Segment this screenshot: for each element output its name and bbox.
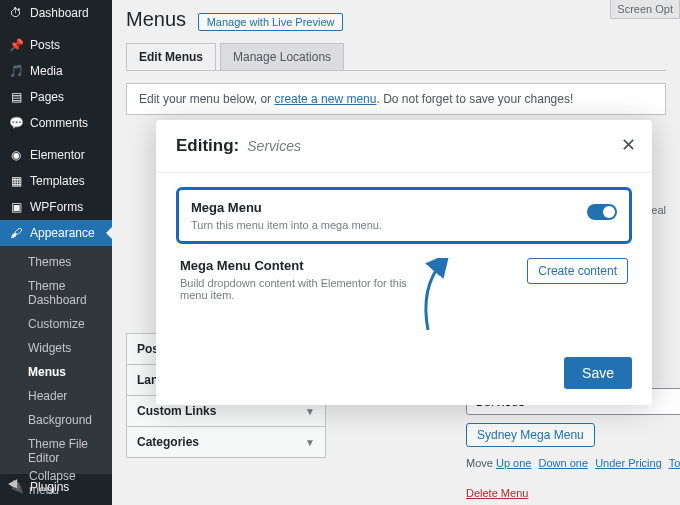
create-content-button[interactable]: Create content <box>527 258 628 284</box>
modal-title: Editing: <box>176 136 239 156</box>
modal-subtitle: Services <box>247 138 301 154</box>
mega-menu-desc: Turn this menu item into a mega menu. <box>191 219 382 231</box>
modal-body: Mega Menu Turn this menu item into a meg… <box>156 173 652 301</box>
mega-menu-title: Mega Menu <box>191 200 382 215</box>
mega-menu-content-row: Mega Menu Content Build dropdown content… <box>176 244 632 301</box>
close-button[interactable]: ✕ <box>621 134 636 156</box>
mega-menu-modal: ✕ Editing: Services Mega Menu Turn this … <box>156 120 652 405</box>
mega-menu-toggle-box: Mega Menu Turn this menu item into a meg… <box>176 187 632 244</box>
save-button[interactable]: Save <box>564 357 632 389</box>
content-title: Mega Menu Content <box>180 258 410 273</box>
mega-menu-toggle[interactable] <box>587 204 617 220</box>
modal-footer: Save <box>156 341 652 405</box>
content-desc: Build dropdown content with Elementor fo… <box>180 277 410 301</box>
modal-overlay: ✕ Editing: Services Mega Menu Turn this … <box>0 0 680 505</box>
modal-header: Editing: Services <box>156 120 652 173</box>
